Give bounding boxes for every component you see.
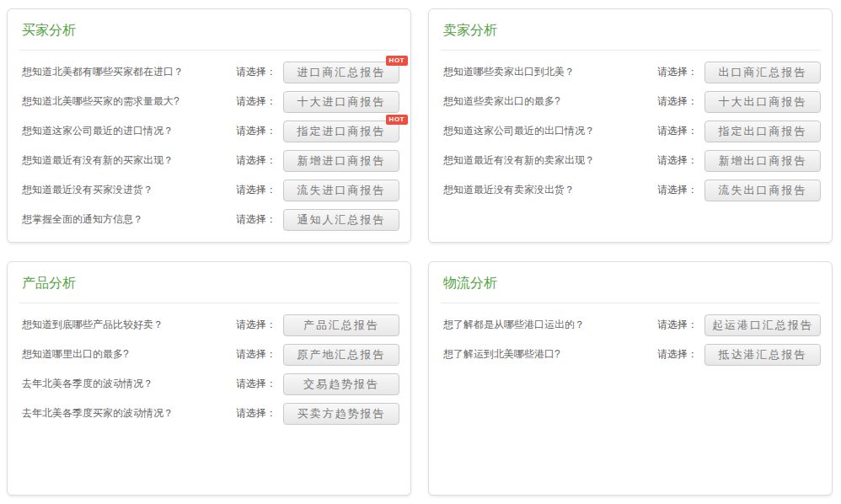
panel-title: 物流分析: [429, 262, 832, 303]
question-text: 想知道北美哪些买家的需求量最大?: [22, 94, 236, 109]
report-button-wrap: 买卖方趋势报告: [283, 403, 399, 425]
select-label: 请选择：: [236, 406, 276, 421]
report-row: 想知道最近有没有新的买家出现？ 请选择： 新增进口商报告: [8, 146, 410, 175]
question-text: 想掌握全面的通知方信息？: [22, 212, 236, 227]
report-button-wrap: 通知人汇总报告: [283, 209, 399, 231]
report-button[interactable]: 新增进口商报告: [283, 150, 399, 172]
report-row: 想知道最近没有卖家没出货？ 请选择： 流失出口商报告: [429, 175, 832, 205]
report-button[interactable]: 抵达港汇总报告: [704, 344, 821, 366]
report-row: 想知道最近没有买家没进货？ 请选择： 流失进口商报告: [8, 175, 410, 205]
panel-title: 卖家分析: [429, 9, 832, 50]
report-button-wrap: 抵达港汇总报告: [704, 344, 821, 366]
report-button[interactable]: 交易趋势报告: [283, 373, 399, 395]
report-button[interactable]: 产品汇总报告: [283, 314, 399, 336]
question-text: 想知道些卖家出口的最多?: [443, 94, 657, 109]
report-button-wrap: 指定出口商报告: [704, 121, 821, 142]
select-label: 请选择：: [236, 318, 276, 332]
report-button[interactable]: 流失进口商报告: [283, 180, 399, 201]
question-text: 想知道哪些卖家出口到北美？: [443, 65, 657, 79]
select-label: 请选择：: [657, 153, 698, 168]
report-button-wrap: 流失出口商报告: [704, 180, 821, 201]
panel-title: 产品分析: [8, 262, 410, 303]
panel-logistics-analysis: 物流分析 想了解都是从哪些港口运出的？ 请选择： 起运港口汇总报告 想了解运到北…: [428, 261, 833, 496]
report-button[interactable]: 出口商汇总报告: [704, 62, 821, 83]
report-button-wrap: 十大进口商报告: [283, 91, 399, 113]
report-row: 想知道这家公司最近的进口情况？ 请选择： 指定进口商报告 HOT: [8, 116, 410, 146]
question-text: 想知道北美都有哪些买家都在进口？: [22, 65, 236, 79]
select-label: 请选择：: [657, 94, 698, 109]
panel-rows: 想知道北美都有哪些买家都在进口？ 请选择： 进口商汇总报告 HOT 想知道北美哪…: [8, 51, 410, 234]
question-text: 想知道最近有没有新的买家出现？: [22, 153, 236, 168]
select-label: 请选择：: [236, 347, 276, 362]
question-text: 去年北美各季度买家的波动情况？: [22, 406, 236, 421]
select-label: 请选择：: [236, 183, 276, 197]
panel-title: 买家分析: [8, 9, 410, 50]
panel-rows: 想了解都是从哪些港口运出的？ 请选择： 起运港口汇总报告 想了解运到北美哪些港口…: [429, 303, 832, 369]
report-button[interactable]: 进口商汇总报告: [283, 62, 399, 83]
report-button-wrap: 起运港口汇总报告: [704, 314, 821, 336]
question-text: 想知道最近没有卖家没出货？: [443, 183, 657, 197]
panel-seller-analysis: 卖家分析 想知道哪些卖家出口到北美？ 请选择： 出口商汇总报告 想知道些卖家出口…: [428, 8, 833, 243]
report-button-wrap: 十大出口商报告: [704, 91, 821, 113]
select-label: 请选择：: [657, 318, 698, 332]
hot-badge: HOT: [386, 115, 408, 126]
report-button[interactable]: 新增出口商报告: [704, 150, 821, 172]
report-button[interactable]: 指定出口商报告: [704, 121, 821, 142]
report-button[interactable]: 指定进口商报告: [283, 121, 399, 142]
report-button-wrap: 交易趋势报告: [283, 373, 399, 395]
report-row: 想知道北美都有哪些买家都在进口？ 请选择： 进口商汇总报告 HOT: [8, 57, 410, 87]
report-button[interactable]: 原产地汇总报告: [283, 344, 399, 366]
report-button[interactable]: 十大出口商报告: [704, 91, 821, 113]
report-button-wrap: 流失进口商报告: [283, 180, 399, 201]
select-label: 请选择：: [657, 65, 698, 79]
question-text: 想了解运到北美哪些港口?: [443, 347, 657, 362]
report-row: 想掌握全面的通知方信息？ 请选择： 通知人汇总报告: [8, 205, 410, 234]
select-label: 请选择：: [236, 94, 276, 109]
report-button-wrap: 原产地汇总报告: [283, 344, 399, 366]
report-button-wrap: 产品汇总报告: [283, 314, 399, 336]
report-button[interactable]: 十大进口商报告: [283, 91, 399, 113]
question-text: 想知道这家公司最近的进口情况？: [22, 124, 236, 138]
report-button-wrap: 新增出口商报告: [704, 150, 821, 172]
report-row: 想知道哪些卖家出口到北美？ 请选择： 出口商汇总报告: [429, 57, 832, 87]
report-button[interactable]: 起运港口汇总报告: [704, 314, 821, 336]
hot-badge: HOT: [386, 56, 408, 67]
panel-rows: 想知道哪些卖家出口到北美？ 请选择： 出口商汇总报告 想知道些卖家出口的最多? …: [429, 51, 832, 205]
select-label: 请选择：: [236, 212, 276, 227]
question-text: 想知道到底哪些产品比较好卖？: [22, 318, 236, 332]
question-text: 去年北美各季度的波动情况？: [22, 377, 236, 391]
report-row: 想知道哪里出口的最多? 请选择： 原产地汇总报告: [8, 340, 410, 369]
select-label: 请选择：: [657, 347, 698, 362]
report-row: 想知道北美哪些买家的需求量最大? 请选择： 十大进口商报告: [8, 87, 410, 116]
select-label: 请选择：: [236, 124, 276, 138]
report-button[interactable]: 通知人汇总报告: [283, 209, 399, 231]
report-row: 去年北美各季度的波动情况？ 请选择： 交易趋势报告: [8, 369, 410, 399]
report-button[interactable]: 买卖方趋势报告: [283, 403, 399, 425]
report-button-wrap: 指定进口商报告 HOT: [283, 121, 399, 142]
report-row: 去年北美各季度买家的波动情况？ 请选择： 买卖方趋势报告: [8, 399, 410, 428]
question-text: 想知道哪里出口的最多?: [22, 347, 236, 362]
question-text: 想知道最近有没有新的卖家出现？: [443, 153, 657, 168]
question-text: 想了解都是从哪些港口运出的？: [443, 318, 657, 332]
select-label: 请选择：: [236, 65, 276, 79]
report-button-wrap: 进口商汇总报告 HOT: [283, 62, 399, 83]
report-row: 想了解都是从哪些港口运出的？ 请选择： 起运港口汇总报告: [429, 310, 832, 340]
question-text: 想知道最近没有买家没进货？: [22, 183, 236, 197]
panel-buyer-analysis: 买家分析 想知道北美都有哪些买家都在进口？ 请选择： 进口商汇总报告 HOT 想…: [7, 8, 411, 243]
select-label: 请选择：: [236, 377, 276, 391]
report-row: 想知道最近有没有新的卖家出现？ 请选择： 新增出口商报告: [429, 146, 832, 175]
report-row: 想知道到底哪些产品比较好卖？ 请选择： 产品汇总报告: [8, 310, 410, 340]
report-dashboard: 买家分析 想知道北美都有哪些买家都在进口？ 请选择： 进口商汇总报告 HOT 想…: [0, 0, 841, 496]
select-label: 请选择：: [236, 153, 276, 168]
select-label: 请选择：: [657, 183, 698, 197]
report-button[interactable]: 流失出口商报告: [704, 180, 821, 201]
panel-rows: 想知道到底哪些产品比较好卖？ 请选择： 产品汇总报告 想知道哪里出口的最多? 请…: [8, 303, 410, 428]
report-button-wrap: 出口商汇总报告: [704, 62, 821, 83]
panel-product-analysis: 产品分析 想知道到底哪些产品比较好卖？ 请选择： 产品汇总报告 想知道哪里出口的…: [7, 261, 411, 496]
select-label: 请选择：: [657, 124, 698, 138]
report-row: 想知道些卖家出口的最多? 请选择： 十大出口商报告: [429, 87, 832, 116]
report-row: 想知道这家公司最近的出口情况？ 请选择： 指定出口商报告: [429, 116, 832, 146]
question-text: 想知道这家公司最近的出口情况？: [443, 124, 657, 138]
report-row: 想了解运到北美哪些港口? 请选择： 抵达港汇总报告: [429, 340, 832, 369]
report-button-wrap: 新增进口商报告: [283, 150, 399, 172]
